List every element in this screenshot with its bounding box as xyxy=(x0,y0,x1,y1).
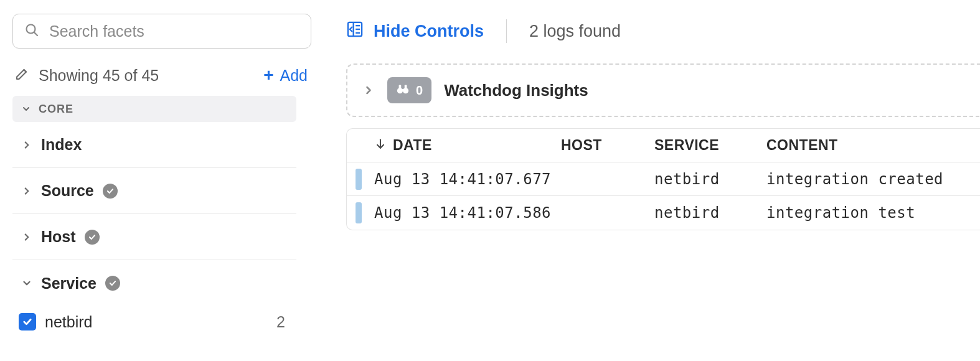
facet-label: Host xyxy=(41,228,76,246)
cell-date: Aug 13 14:41:07.586 xyxy=(374,204,561,222)
facet-row-index[interactable]: Index xyxy=(12,122,296,168)
facet-group-label: CORE xyxy=(39,103,73,116)
cell-service: netbird xyxy=(654,204,766,222)
column-header-content[interactable]: CONTENT xyxy=(766,137,980,154)
sort-desc-icon xyxy=(374,137,387,154)
logs-found-text: 2 logs found xyxy=(529,22,621,41)
checkmark-circle-icon xyxy=(103,184,118,199)
column-header-label: DATE xyxy=(393,137,432,154)
svg-rect-10 xyxy=(399,85,402,88)
binoculars-icon xyxy=(396,82,410,99)
cell-service: netbird xyxy=(654,171,766,188)
search-facets-input[interactable] xyxy=(48,22,299,41)
toolbar-separator xyxy=(506,19,507,43)
facet-label: Service xyxy=(41,274,97,293)
chevron-down-icon xyxy=(21,104,31,114)
log-level-indicator xyxy=(356,169,362,190)
facet-row-service[interactable]: Service xyxy=(12,260,296,306)
add-facet-button[interactable]: + Add xyxy=(263,67,308,85)
insights-badge: 0 xyxy=(387,77,431,103)
log-level-indicator xyxy=(356,202,362,223)
cell-date: Aug 13 14:41:07.677 xyxy=(374,171,561,188)
search-icon xyxy=(24,22,39,40)
hide-controls-label: Hide Controls xyxy=(374,22,484,41)
edit-icon[interactable] xyxy=(15,66,30,85)
facet-item-netbird[interactable]: netbird 2 xyxy=(12,306,296,337)
column-header-host[interactable]: HOST xyxy=(561,137,654,154)
logs-table: DATE HOST SERVICE CONTENT Aug 13 14:41:0… xyxy=(346,128,980,230)
table-row[interactable]: Aug 13 14:41:07.677 netbird integration … xyxy=(347,162,980,196)
svg-rect-11 xyxy=(405,85,407,88)
facet-item-label: netbird xyxy=(45,313,276,331)
add-facet-label: Add xyxy=(280,67,308,85)
chevron-down-icon xyxy=(21,278,32,289)
watchdog-insights-panel[interactable]: 0 Watchdog Insights xyxy=(346,63,980,117)
panel-collapse-icon xyxy=(346,21,364,42)
hide-controls-button[interactable]: Hide Controls xyxy=(346,21,484,42)
facet-row-host[interactable]: Host xyxy=(12,214,296,260)
checkmark-circle-icon xyxy=(85,230,100,245)
chevron-right-icon xyxy=(21,232,32,243)
table-header: DATE HOST SERVICE CONTENT xyxy=(347,129,980,162)
column-header-date[interactable]: DATE xyxy=(374,137,561,154)
checkmark-circle-icon xyxy=(105,276,120,291)
table-row[interactable]: Aug 13 14:41:07.586 netbird integration … xyxy=(347,196,980,230)
cell-content: integration test xyxy=(766,204,980,222)
main-panel: Hide Controls 2 logs found 0 Watchdog In… xyxy=(316,0,980,361)
facet-label: Source xyxy=(41,182,94,200)
checkbox-checked-icon[interactable] xyxy=(19,313,36,331)
column-header-service[interactable]: SERVICE xyxy=(654,137,766,154)
facet-item-count: 2 xyxy=(276,313,285,331)
facet-row-source[interactable]: Source xyxy=(12,168,296,214)
chevron-right-icon xyxy=(21,185,32,197)
cell-content: integration created xyxy=(766,171,980,188)
chevron-right-icon xyxy=(21,139,32,151)
showing-count-text: Showing 45 of 45 xyxy=(39,67,159,85)
svg-line-1 xyxy=(34,32,37,35)
svg-rect-9 xyxy=(402,89,405,91)
insights-count: 0 xyxy=(416,83,423,98)
insights-title: Watchdog Insights xyxy=(444,81,588,100)
facet-label: Index xyxy=(41,136,82,154)
facet-group-core[interactable]: CORE xyxy=(12,96,296,122)
search-facets-input-wrap[interactable] xyxy=(12,14,311,49)
facets-sidebar: Showing 45 of 45 + Add CORE Index xyxy=(0,0,316,361)
chevron-right-icon[interactable] xyxy=(362,84,375,96)
